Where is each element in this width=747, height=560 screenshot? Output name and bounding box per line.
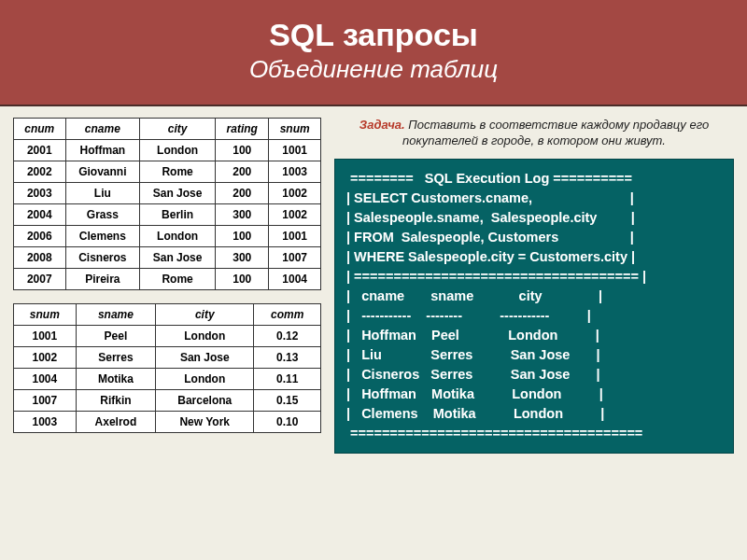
table-cell: 100 — [216, 226, 269, 247]
slide-content: cnumcnamecityratingsnum 2001HoffmanLondo… — [0, 106, 747, 465]
table-row: 2001HoffmanLondon1001001 — [14, 140, 321, 161]
table-row: 1007RifkinBarcelona0.15 — [14, 390, 321, 412]
table-cell: 2003 — [14, 183, 66, 204]
slide-header: SQL запросы Объединение таблиц — [0, 0, 747, 106]
table-cell: 300 — [216, 247, 269, 269]
table-cell: Pireira — [65, 269, 139, 290]
table-cell: Motika — [76, 369, 155, 390]
table-cell: Giovanni — [65, 161, 139, 183]
table-row: 2003LiuSan Jose2001002 — [14, 183, 321, 204]
table-cell: 100 — [216, 140, 269, 161]
table-cell: 2002 — [14, 161, 66, 183]
table-header: comm — [254, 304, 321, 326]
table-cell: Hoffman — [65, 140, 139, 161]
table-row: 1003AxelrodNew York0.10 — [14, 412, 321, 433]
table-cell: 1007 — [14, 390, 77, 412]
slide-title: SQL запросы — [9, 17, 738, 53]
salespeople-body: 1001PeelLondon0.121002SerresSan Jose0.13… — [14, 326, 321, 433]
task-text: Задача. Поставить в соответствие каждому… — [334, 118, 734, 149]
customers-table: cnumcnamecityratingsnum 2001HoffmanLondo… — [13, 118, 321, 290]
table-header: city — [140, 119, 216, 140]
table-row: 2006ClemensLondon1001001 — [14, 226, 321, 247]
table-cell: San Jose — [140, 247, 216, 269]
slide-subtitle: Объединение таблиц — [9, 55, 738, 84]
left-column: cnumcnamecityratingsnum 2001HoffmanLondo… — [13, 118, 321, 454]
table-row: 1004MotikaLondon0.11 — [14, 369, 321, 390]
table-cell: 1001 — [269, 140, 321, 161]
table-cell: 1004 — [14, 369, 77, 390]
table-cell: 1002 — [14, 347, 77, 369]
table-cell: 2007 — [14, 269, 66, 290]
table-header: sname — [76, 304, 155, 326]
table-cell: Clemens — [65, 226, 139, 247]
table-cell: 2001 — [14, 140, 66, 161]
task-body: Поставить в соответствие каждому продавц… — [402, 118, 709, 147]
customers-header-row: cnumcnamecityratingsnum — [14, 119, 321, 140]
table-cell: Liu — [65, 183, 139, 204]
table-cell: Barcelona — [156, 390, 254, 412]
sql-execution-log: ======== SQL Execution Log ========== | … — [334, 159, 734, 454]
table-cell: 1002 — [269, 183, 321, 204]
table-cell: London — [156, 369, 254, 390]
table-cell: Axelrod — [76, 412, 155, 433]
table-header: cnum — [14, 119, 66, 140]
table-row: 2004GrassBerlin3001002 — [14, 204, 321, 226]
salespeople-table: snumsnamecitycomm 1001PeelLondon0.121002… — [13, 303, 321, 433]
table-cell: 0.11 — [254, 369, 321, 390]
table-cell: 200 — [216, 183, 269, 204]
table-cell: Rifkin — [76, 390, 155, 412]
table-cell: 2008 — [14, 247, 66, 269]
table-cell: Berlin — [140, 204, 216, 226]
table-row: 2007PireiraRome1001004 — [14, 269, 321, 290]
table-cell: 0.15 — [254, 390, 321, 412]
table-header: cname — [65, 119, 139, 140]
table-row: 2008CisnerosSan Jose3001007 — [14, 247, 321, 269]
table-cell: 100 — [216, 269, 269, 290]
table-cell: London — [140, 140, 216, 161]
table-cell: London — [156, 326, 254, 347]
table-cell: Grass — [65, 204, 139, 226]
table-header: snum — [14, 304, 77, 326]
table-cell: Cisneros — [65, 247, 139, 269]
customers-body: 2001HoffmanLondon10010012002GiovanniRome… — [14, 140, 321, 290]
table-cell: Rome — [140, 161, 216, 183]
table-cell: Serres — [76, 347, 155, 369]
table-cell: 0.12 — [254, 326, 321, 347]
table-cell: 1007 — [269, 247, 321, 269]
table-header: rating — [216, 119, 269, 140]
table-cell: 1003 — [14, 412, 77, 433]
table-cell: Peel — [76, 326, 155, 347]
table-cell: 1002 — [269, 204, 321, 226]
table-cell: 1003 — [269, 161, 321, 183]
table-cell: 200 — [216, 161, 269, 183]
table-cell: 300 — [216, 204, 269, 226]
table-cell: 1004 — [269, 269, 321, 290]
task-label: Задача. — [359, 118, 405, 132]
salespeople-header-row: snumsnamecitycomm — [14, 304, 321, 326]
table-cell: London — [140, 226, 216, 247]
table-row: 1001PeelLondon0.12 — [14, 326, 321, 347]
table-cell: 1001 — [269, 226, 321, 247]
table-cell: 0.10 — [254, 412, 321, 433]
table-cell: San Jose — [140, 183, 216, 204]
table-row: 1002SerresSan Jose0.13 — [14, 347, 321, 369]
table-cell: Rome — [140, 269, 216, 290]
table-row: 2002GiovanniRome2001003 — [14, 161, 321, 183]
right-column: Задача. Поставить в соответствие каждому… — [334, 118, 734, 454]
table-header: snum — [269, 119, 321, 140]
table-cell: 0.13 — [254, 347, 321, 369]
table-cell: New York — [156, 412, 254, 433]
table-cell: San Jose — [156, 347, 254, 369]
table-cell: 2006 — [14, 226, 66, 247]
table-header: city — [156, 304, 254, 326]
table-cell: 2004 — [14, 204, 66, 226]
table-cell: 1001 — [14, 326, 77, 347]
